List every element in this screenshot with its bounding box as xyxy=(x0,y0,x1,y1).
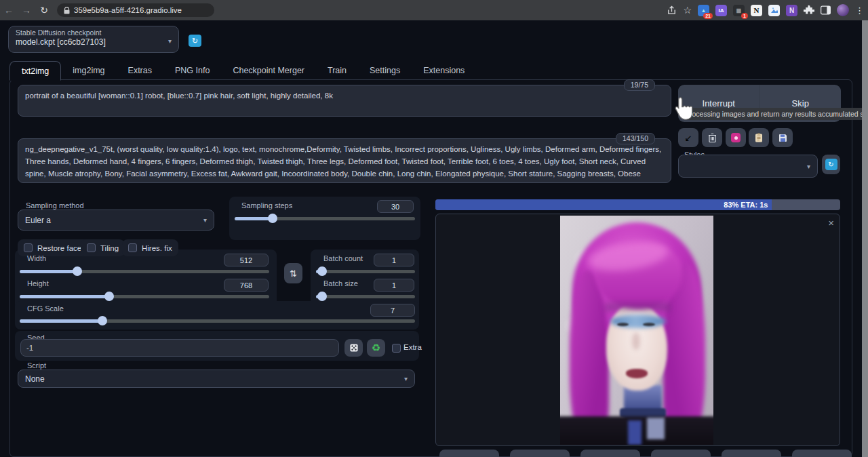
extension-b-badge: 1 xyxy=(741,13,748,19)
batch-count-slider[interactable] xyxy=(316,266,415,276)
styles-dropdown[interactable]: ▾ xyxy=(678,155,818,178)
slider-handle[interactable] xyxy=(104,292,114,301)
slider-handle[interactable] xyxy=(73,266,82,276)
prompt-input[interactable]: portrait of a beautiful [woman::0.1] rob… xyxy=(18,85,671,117)
page-scrollbar[interactable] xyxy=(862,20,868,457)
width-slider[interactable] xyxy=(20,266,269,276)
negative-prompt-wrap: ng_deepnegative_v1_75t, (worst quality, … xyxy=(18,138,671,183)
screen: ← → ↻ 359e5b9a-a5ff-4216.gradio.live ☆ ▴… xyxy=(0,0,868,457)
profile-avatar[interactable] xyxy=(837,4,849,16)
browser-toolbar: ← → ↻ 359e5b9a-a5ff-4216.gradio.live ☆ ▴… xyxy=(0,0,868,20)
gallery-action-button[interactable] xyxy=(792,450,852,457)
extension-a-icon[interactable]: ▴21 xyxy=(698,5,709,16)
gallery-action-button[interactable] xyxy=(651,450,711,457)
tab-img2img[interactable]: img2img xyxy=(61,60,116,80)
batch-size-value[interactable]: 1 xyxy=(374,279,414,292)
browser-menu-icon[interactable]: ⋮ xyxy=(855,5,864,16)
forward-icon[interactable]: → xyxy=(18,5,35,16)
batch-size-slider[interactable] xyxy=(316,292,415,301)
restore-faces-label: Restore faces xyxy=(37,244,85,252)
seed-input[interactable] xyxy=(20,339,339,357)
generated-image[interactable] xyxy=(560,216,713,445)
reuse-seed-button[interactable]: ♻ xyxy=(367,339,385,357)
styles-refresh-button[interactable]: ↻ xyxy=(822,155,840,174)
batch-size-label: Batch size xyxy=(323,279,358,287)
tab-extras[interactable]: Extras xyxy=(117,60,163,80)
script-dropdown[interactable]: None▾ xyxy=(18,370,415,388)
sampling-steps-slider[interactable] xyxy=(235,214,415,223)
tiling-checkbox[interactable] xyxy=(87,243,96,252)
checkpoint-label: Stable Diffusion checkpoint xyxy=(16,28,172,37)
paste-params-button[interactable]: ↙ xyxy=(678,128,698,147)
image-ext-icon[interactable] xyxy=(768,5,780,16)
save-style-button[interactable] xyxy=(772,128,793,147)
address-bar[interactable]: 359e5b9a-a5ff-4216.gradio.live xyxy=(57,3,214,17)
slider-handle[interactable] xyxy=(268,214,277,223)
share-icon[interactable] xyxy=(667,5,677,16)
slider-handle[interactable] xyxy=(317,292,327,301)
clear-prompt-button[interactable] xyxy=(702,128,722,147)
gallery-action-button[interactable] xyxy=(580,450,640,457)
batch-count-value[interactable]: 1 xyxy=(374,254,414,266)
sampling-steps-label: Sampling steps xyxy=(241,201,292,210)
arrow-down-left-icon: ↙ xyxy=(685,133,692,143)
back-icon[interactable]: ← xyxy=(0,5,18,16)
swap-dimensions-button[interactable]: ⇅ xyxy=(284,263,302,283)
onenote-icon[interactable]: N xyxy=(786,5,797,16)
progress-fill: 83% ETA: 1s xyxy=(435,199,772,210)
checkpoint-dropdown[interactable]: Stable Diffusion checkpoint model.ckpt [… xyxy=(8,26,179,53)
hires-fix-checkbox[interactable] xyxy=(128,243,137,252)
extension-b-icon[interactable]: ▦1 xyxy=(733,5,745,16)
notion-icon[interactable]: N xyxy=(751,5,762,16)
tab-extensions[interactable]: Extensions xyxy=(412,60,476,80)
negative-prompt-input[interactable]: ng_deepnegative_v1_75t, (worst quality, … xyxy=(18,138,671,183)
slider-handle[interactable] xyxy=(317,266,327,276)
restore-faces-checkbox[interactable] xyxy=(24,243,33,252)
tab-png-info[interactable]: PNG Info xyxy=(163,60,221,80)
lips xyxy=(626,369,648,378)
height-slider[interactable] xyxy=(20,292,269,301)
progress-text: 83% ETA: 1s xyxy=(724,201,768,209)
reload-icon[interactable]: ↻ xyxy=(35,5,53,16)
extension-ia-icon[interactable]: IA xyxy=(715,5,727,16)
apply-style-button[interactable] xyxy=(749,128,769,147)
random-seed-button[interactable] xyxy=(344,339,363,357)
sampling-method-value: Euler a xyxy=(25,216,51,225)
sampling-method-dropdown[interactable]: Euler a▾ xyxy=(18,210,214,231)
slider-handle[interactable] xyxy=(98,316,107,325)
gallery-action-button[interactable] xyxy=(510,450,570,457)
prompt-token-counter: 19/75 xyxy=(624,79,655,91)
cfg-scale-slider[interactable] xyxy=(20,316,415,325)
gallery-action-button[interactable] xyxy=(439,450,499,457)
height-value[interactable]: 768 xyxy=(224,279,269,292)
tab-txt2img[interactable]: txt2img xyxy=(9,61,61,81)
extensions-puzzle-icon[interactable] xyxy=(804,5,814,16)
tab-train[interactable]: Train xyxy=(316,60,358,80)
tab-settings[interactable]: Settings xyxy=(358,60,412,80)
sampling-method-label: Sampling method xyxy=(26,201,84,210)
gradio-app: Stable Diffusion checkpoint model.ckpt [… xyxy=(0,20,868,457)
seed-extra-checkbox[interactable] xyxy=(392,344,401,353)
tab-checkpoint-merger[interactable]: Checkpoint Merger xyxy=(221,60,316,80)
cfg-scale-value[interactable]: 7 xyxy=(370,304,415,317)
close-preview-icon[interactable]: × xyxy=(828,217,834,228)
chevron-down-icon: ▾ xyxy=(168,37,172,47)
batch-count-label: Batch count xyxy=(323,254,363,262)
width-label: Width xyxy=(27,254,46,262)
bookmark-star-icon[interactable]: ☆ xyxy=(683,5,692,16)
sampling-steps-value[interactable]: 30 xyxy=(377,200,414,213)
seed-extra-label: Extra xyxy=(403,343,422,351)
tiling-option[interactable]: Tiling xyxy=(81,239,125,256)
extension-a-badge: 21 xyxy=(703,13,713,19)
skip-tooltip: rocessing images and return any results … xyxy=(686,108,867,120)
width-value[interactable]: 512 xyxy=(224,254,269,266)
extra-networks-button[interactable] xyxy=(726,128,746,147)
url-text: 359e5b9a-a5ff-4216.gradio.live xyxy=(74,6,182,14)
gallery-action-button[interactable] xyxy=(722,450,781,457)
hires-fix-option[interactable]: Hires. fix xyxy=(122,239,178,256)
sidebar-icon[interactable] xyxy=(821,5,831,15)
hires-fix-label: Hires. fix xyxy=(142,244,172,252)
height-label: Height xyxy=(27,279,49,287)
image-preview-panel: × xyxy=(435,214,840,446)
checkpoint-refresh-button[interactable]: ↻ xyxy=(189,35,201,47)
